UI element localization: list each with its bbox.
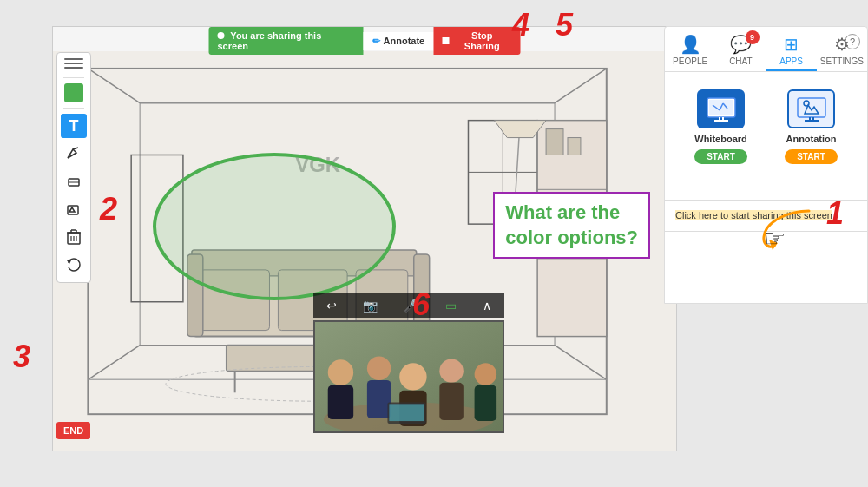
step-1-label: 1 <box>826 195 844 232</box>
tab-settings[interactable]: ⚙ SETTINGS <box>817 27 867 71</box>
svg-rect-37 <box>367 380 391 418</box>
toolbar-divider-1 <box>63 77 84 78</box>
delete-button[interactable] <box>61 225 87 249</box>
video-controls-bar[interactable]: ↩ 📷 🎤 ▭ ∧ <box>313 293 504 318</box>
annotation-icon <box>796 96 827 122</box>
chat-badge: 9 <box>746 30 760 44</box>
whiteboard-label: Whiteboard <box>694 134 747 144</box>
screen-share-icon[interactable]: ▭ <box>445 299 457 313</box>
people-icon: 👤 <box>680 34 701 55</box>
camera-icon[interactable]: 📷 <box>363 299 378 313</box>
annotation-app[interactable]: Annotation START <box>773 89 850 164</box>
svg-rect-43 <box>475 385 497 421</box>
apps-grid: Whiteboard START Annotation START <box>665 72 867 181</box>
shapes-button[interactable] <box>61 197 87 221</box>
annotation-start-button[interactable]: START <box>785 149 838 164</box>
toolbar-divider-2 <box>63 108 84 109</box>
settings-icon: ⚙ <box>834 34 850 55</box>
menu-icon[interactable] <box>64 58 83 69</box>
svg-rect-35 <box>328 385 353 419</box>
panel-tabs: 👤 PEOPLE 💬 CHAT 9 ⊞ APPS ⚙ SETTINGS <box>665 27 867 72</box>
whiteboard-start-button[interactable]: START <box>694 149 747 164</box>
step-6-label: 6 <box>412 286 430 323</box>
video-feed <box>315 322 503 431</box>
annotate-button[interactable]: ✏ Annotate <box>364 32 434 50</box>
right-panel: ? 👤 PEOPLE 💬 CHAT 9 ⊞ APPS ⚙ SETTINGS <box>664 26 868 304</box>
svg-point-38 <box>399 363 426 390</box>
stop-sharing-button[interactable]: Stop Sharing <box>433 27 520 55</box>
apps-icon: ⊞ <box>784 34 799 55</box>
whiteboard-icon <box>706 96 737 122</box>
stop-icon <box>442 37 449 44</box>
text-tool-button[interactable]: T <box>61 114 87 138</box>
whiteboard-icon-box <box>697 89 745 128</box>
annotation-icon-box <box>787 89 835 128</box>
step-3-label: 3 <box>13 339 30 375</box>
text-annotation-box: What are the color options? <box>493 192 650 259</box>
pencil-icon: ✏ <box>372 36 380 47</box>
screen-share-area: You are sharing this screen ✏ Annotate S… <box>52 26 677 451</box>
svg-point-36 <box>367 356 391 379</box>
video-thumbnail <box>313 320 504 433</box>
svg-marker-73 <box>769 240 778 250</box>
svg-marker-59 <box>67 260 71 264</box>
end-button[interactable]: END <box>56 422 90 439</box>
sharing-status: You are sharing this screen <box>209 27 364 55</box>
step-4-label: 4 <box>512 7 529 43</box>
whiteboard-app[interactable]: Whiteboard START <box>682 89 760 164</box>
more-icon[interactable]: ∧ <box>483 299 491 313</box>
step-2-label: 2 <box>100 191 117 227</box>
svg-rect-46 <box>389 404 424 421</box>
svg-point-40 <box>439 359 463 382</box>
step-5-label: 5 <box>556 7 573 43</box>
svg-rect-41 <box>439 383 463 420</box>
annotation-toolbar: T <box>56 52 91 283</box>
green-oval-annotation <box>153 153 396 300</box>
svg-line-4 <box>88 346 140 380</box>
svg-line-6 <box>555 346 607 380</box>
eraser-button[interactable] <box>61 169 87 194</box>
tab-chat[interactable]: 💬 CHAT 9 <box>715 27 766 71</box>
svg-rect-29 <box>546 129 563 155</box>
back-icon[interactable]: ↩ <box>326 299 337 313</box>
sharing-bar: You are sharing this screen ✏ Annotate S… <box>209 27 521 55</box>
pen-tool-button[interactable] <box>61 141 87 166</box>
orange-arrow <box>757 207 818 250</box>
undo-button[interactable] <box>61 253 87 277</box>
svg-point-34 <box>328 359 353 385</box>
tab-apps[interactable]: ⊞ APPS <box>766 27 817 71</box>
svg-rect-30 <box>568 138 581 155</box>
annotation-text: What are the color options? <box>505 201 638 250</box>
annotation-label: Annotation <box>786 134 836 144</box>
color-picker[interactable] <box>64 83 83 102</box>
tab-people[interactable]: 👤 PEOPLE <box>665 27 715 71</box>
svg-point-42 <box>475 363 497 385</box>
svg-line-5 <box>555 69 607 103</box>
svg-line-47 <box>73 148 78 149</box>
svg-line-3 <box>88 69 140 103</box>
